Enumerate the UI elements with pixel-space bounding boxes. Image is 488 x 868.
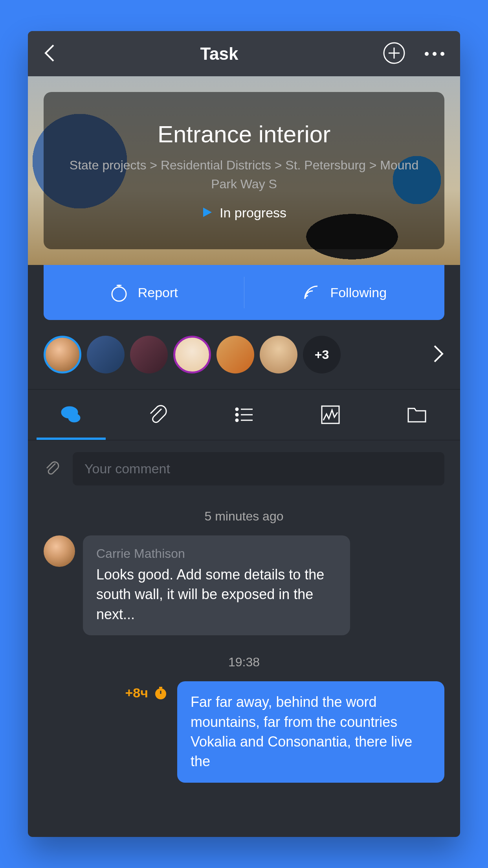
header-bar: Task — [28, 31, 460, 76]
tab-attachments[interactable] — [114, 390, 201, 440]
time-badge: +8ч — [125, 685, 168, 701]
following-label: Following — [330, 285, 387, 300]
breadcrumb[interactable]: State projects > Residential Districts >… — [63, 156, 425, 193]
message-bubble-own[interactable]: Far far away, behind the word mountains,… — [177, 681, 444, 783]
message-row: Carrie Mathison Looks good. Add some det… — [44, 535, 444, 635]
svg-marker-3 — [203, 208, 212, 217]
status-text: In progress — [220, 205, 286, 221]
page-title: Task — [200, 44, 238, 64]
avatar[interactable] — [260, 336, 297, 373]
hero-section: Entrance interior State projects > Resid… — [28, 76, 460, 265]
avatar[interactable] — [87, 336, 125, 373]
tab-comments[interactable] — [28, 390, 114, 440]
time-label: 5 minutes ago — [44, 497, 444, 535]
svg-point-6 — [69, 414, 80, 422]
svg-point-7 — [236, 408, 238, 410]
back-icon[interactable] — [44, 43, 55, 64]
following-button[interactable]: Following — [244, 277, 445, 308]
svg-point-4 — [112, 287, 126, 301]
message-row-own: +8ч Far far away, behind the word mounta… — [44, 681, 444, 783]
svg-point-9 — [236, 414, 238, 416]
chevron-right-icon[interactable] — [433, 344, 444, 365]
svg-point-11 — [236, 419, 238, 421]
timer-icon — [154, 686, 168, 700]
avatar[interactable] — [44, 336, 81, 373]
report-label: Report — [138, 285, 178, 300]
tab-bar — [28, 389, 460, 440]
task-title: Entrance interior — [158, 121, 330, 148]
message-sender: Carrie Mathison — [96, 546, 337, 561]
tab-folder[interactable] — [374, 390, 460, 440]
time-label: 19:38 — [44, 643, 444, 681]
avatar[interactable] — [130, 336, 168, 373]
report-button[interactable]: Report — [44, 277, 244, 308]
avatar-more[interactable]: +3 — [303, 336, 341, 373]
avatar-row: +3 — [28, 320, 460, 389]
app-screen: Task Entrance interior State projects > … — [28, 31, 460, 837]
message-text: Looks good. Add some details to the sout… — [96, 565, 337, 624]
status-row: In progress — [202, 205, 286, 221]
comment-composer — [28, 440, 460, 497]
avatar[interactable] — [173, 336, 211, 373]
message-bubble[interactable]: Carrie Mathison Looks good. Add some det… — [83, 535, 350, 635]
svg-rect-15 — [159, 687, 162, 688]
add-icon[interactable] — [383, 42, 405, 66]
more-icon[interactable] — [425, 52, 444, 56]
comment-input[interactable] — [73, 452, 444, 485]
message-text: Far far away, behind the word mountains,… — [191, 692, 431, 772]
time-badge-text: +8ч — [125, 685, 148, 701]
tab-analytics[interactable] — [287, 390, 374, 440]
action-bar: Report Following — [44, 265, 444, 320]
play-icon — [202, 207, 213, 219]
avatar[interactable] — [44, 535, 75, 567]
avatar[interactable] — [216, 336, 254, 373]
comment-feed[interactable]: 5 minutes ago Carrie Mathison Looks good… — [28, 497, 460, 837]
tab-list[interactable] — [201, 390, 287, 440]
attach-icon[interactable] — [44, 460, 61, 478]
hero-overlay: Entrance interior State projects > Resid… — [44, 92, 444, 249]
header-actions — [383, 42, 444, 66]
